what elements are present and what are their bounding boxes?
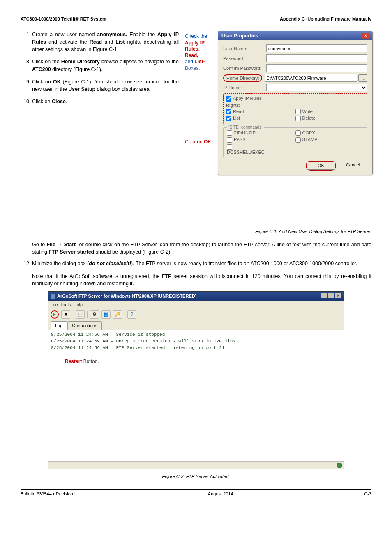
apply-ip-rules-checkbox[interactable]	[226, 96, 231, 102]
toolbar-icon-key[interactable]: 🔑	[113, 310, 122, 319]
rights-label: Rights:	[226, 103, 364, 108]
copy-checkbox[interactable]	[295, 130, 301, 136]
delete-checkbox[interactable]	[295, 116, 301, 121]
ip-home-select[interactable]	[266, 84, 367, 91]
callout-labels: Check the Apply IP Rules, Read, and List…	[185, 33, 217, 72]
menu-tools[interactable]: Tools	[60, 302, 71, 307]
note-text: Note that if the ArGoSoft software is un…	[32, 273, 371, 287]
menu-help[interactable]: Help	[73, 302, 83, 307]
app-title: ArGoSoft FTP Server for Windows NT/2000/…	[57, 293, 196, 300]
footer-left: Bulletin 639544 • Revision L	[21, 491, 77, 496]
menu-file[interactable]: File	[51, 302, 58, 307]
footer-mid: August 2014	[208, 491, 233, 496]
minimize-icon[interactable]: _	[321, 293, 327, 298]
confirm-password-input[interactable]	[266, 64, 367, 72]
status-icon	[337, 462, 342, 468]
cancel-button[interactable]: Cancel	[339, 161, 367, 169]
restart-button[interactable]: ▸	[51, 310, 59, 319]
header-right: Appendix C–Uploading Firmware Manually	[280, 16, 371, 21]
close-window-icon[interactable]: ×	[335, 293, 341, 298]
step-10: Click on Close.	[32, 98, 179, 105]
tab-log[interactable]: Log	[51, 321, 67, 330]
figure-c1-caption: Figure C-1. Add New User Dialog Settings…	[21, 229, 371, 235]
browse-button[interactable]: ...	[358, 74, 367, 82]
zip-checkbox[interactable]	[227, 130, 232, 136]
stamp-checkbox[interactable]	[295, 137, 301, 143]
figure-c2-caption: Figure C-2. FTP Server Activated.	[21, 474, 371, 480]
app-icon	[51, 294, 55, 299]
stop-button[interactable]: ■	[61, 310, 70, 319]
pass-checkbox[interactable]	[227, 137, 232, 143]
toolbar-icon-users[interactable]: 👥	[101, 310, 111, 319]
user-properties-dialog: User Properties× User Name: Password: Co…	[218, 31, 373, 175]
home-directory-label: Home Directory:	[226, 76, 259, 81]
step-11: Go to File → Start (or double-click on t…	[32, 241, 371, 256]
password-label: Password:	[223, 56, 266, 61]
toolbar-icon-1[interactable]: ⬚	[76, 310, 85, 319]
home-directory-input[interactable]	[265, 74, 357, 82]
step-1: Create a new user named anonymous. Enabl…	[32, 31, 179, 53]
ip-home-label: IP Home:	[223, 85, 266, 90]
log-area: 8/25/2004 11:24:56 AM - Service is stopp…	[48, 330, 344, 461]
tab-connections[interactable]: Connections	[67, 321, 101, 330]
password-input[interactable]	[266, 54, 367, 62]
confirm-password-label: Confirm Password:	[223, 66, 266, 71]
read-checkbox[interactable]	[226, 109, 231, 114]
dialog-title: User Properties	[221, 33, 258, 39]
dosshell-checkbox[interactable]	[227, 144, 232, 150]
step-9: Click on OK (Figure C-1). You should now…	[32, 78, 179, 93]
close-icon[interactable]: ×	[362, 33, 369, 39]
maximize-icon[interactable]: □	[328, 293, 334, 298]
username-input[interactable]	[266, 44, 367, 52]
ftp-server-window: ArGoSoft FTP Server for Windows NT/2000/…	[48, 291, 344, 469]
click-ok-label: Click on OK.—	[185, 139, 217, 145]
list-checkbox[interactable]	[226, 116, 231, 121]
toolbar-icon-gear[interactable]: ⚙	[90, 310, 99, 319]
username-label: User Name:	[223, 46, 266, 51]
step-8: Click on the Home Directory browse ellip…	[32, 58, 179, 73]
ok-button[interactable]: OK	[307, 162, 335, 170]
footer-right: C-3	[364, 491, 371, 496]
write-checkbox[interactable]	[295, 109, 301, 114]
restart-callout: Restart Button.	[65, 358, 99, 365]
site-commands-label: "SITE" commands:	[227, 125, 264, 130]
toolbar-icon-help[interactable]: ?	[127, 310, 136, 319]
header-left: ATC300-1000/2000 Teletilt® RET System	[21, 16, 106, 21]
step-12: Minimize the dialog box (do not close/ex…	[32, 260, 371, 267]
